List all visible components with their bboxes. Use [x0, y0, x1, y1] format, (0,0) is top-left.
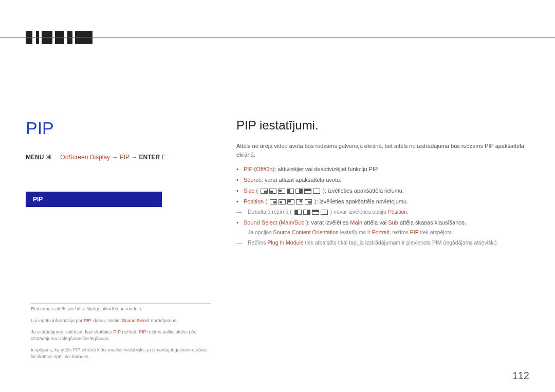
pip-size-icon	[269, 189, 276, 194]
right-column: PIP iestatījumi. Attēls no ārējā video a…	[236, 118, 534, 248]
breadcrumb-item: PIP	[120, 154, 130, 161]
list-item: Size ( ): izvēlieties apakšattēla lielum…	[236, 185, 534, 196]
footnote-rule	[31, 303, 211, 304]
pip-pos-icon	[287, 199, 294, 204]
menu-breadcrumb: MENU ⌘ OnScreen Display → PIP → ENTER E	[26, 154, 200, 161]
footnote: Lai iegūtu informāciju par PIP skaņu, sk…	[31, 318, 211, 324]
intro-text: Attēls no ārējā video avota būs redzams …	[236, 142, 534, 159]
right-title: PIP iestatījumi.	[236, 118, 534, 133]
footnote: Iespējams, ka attēls PIP ekrānā kļūst ma…	[31, 347, 211, 360]
pip-pos-icon	[279, 199, 286, 204]
header-obscured-text	[26, 31, 92, 44]
dual-mode-icons	[294, 210, 328, 215]
menu-label: MENU	[26, 154, 44, 161]
enter-icon: E	[162, 154, 166, 161]
pip-size-icon	[321, 210, 328, 215]
list-note: Dubultajā režīmā ( ) nevar izvēlēties op…	[236, 207, 534, 217]
settings-list: PIP (Off/On): aktivizējiet vai deaktiviz…	[236, 164, 534, 248]
arrow-icon: →	[131, 154, 137, 161]
pip-size-icon	[303, 210, 310, 215]
pip-size-icon	[304, 189, 311, 194]
pip-size-icon	[294, 210, 302, 215]
pip-menu-bar: PIP	[26, 192, 162, 207]
size-icons	[261, 189, 320, 194]
list-item: Source: varat atlasīt apakšattēla avotu.	[236, 175, 534, 185]
menu-icon: ⌘	[46, 154, 52, 161]
pip-pos-icon	[305, 199, 312, 204]
header-rule	[0, 37, 555, 38]
footnotes: Redzamais attēls var būt atšķirīgs atkar…	[31, 306, 211, 365]
footnote: Redzamais attēls var būt atšķirīgs atkar…	[31, 306, 211, 312]
breadcrumb-item: OnScreen Display	[60, 154, 110, 161]
left-column: PIP MENU ⌘ OnScreen Display → PIP → ENTE…	[26, 118, 200, 207]
section-title: PIP	[26, 118, 200, 138]
page-number: 112	[512, 370, 529, 382]
list-item: Position ( ): izvēlieties apakšattēla no…	[236, 196, 534, 207]
pip-pos-icon	[270, 199, 277, 204]
position-icons	[270, 199, 312, 204]
pip-size-icon	[287, 189, 294, 194]
list-item: Sound Select (Main/Sub ): varat izvēlēti…	[236, 217, 534, 228]
list-note: Ja opcijas Source Content Orientation ie…	[236, 228, 534, 238]
enter-label: ENTER	[139, 154, 160, 161]
pip-size-icon	[261, 189, 268, 194]
arrow-icon: →	[112, 154, 118, 161]
pip-pos-icon	[296, 199, 303, 204]
pip-size-icon	[313, 189, 320, 194]
footnote: Ja izstrādājumu izslēdzat, kad skatāties…	[31, 329, 211, 342]
list-note: Režīms Plug In Module tiek atbalstīts ti…	[236, 238, 534, 248]
pip-size-icon	[278, 189, 285, 194]
list-item: PIP (Off/On): aktivizējiet vai deaktiviz…	[236, 164, 534, 175]
pip-size-icon	[312, 210, 319, 215]
pip-size-icon	[295, 189, 303, 194]
